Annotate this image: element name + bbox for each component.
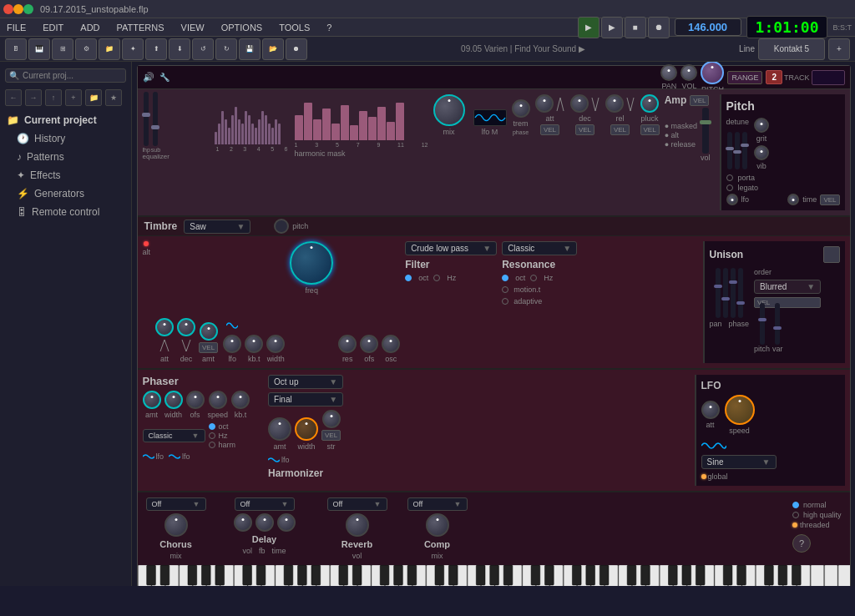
plugin-wrench-icon[interactable]: 🔧 [159,73,169,82]
delay-time-knob[interactable] [277,513,296,532]
delay-fb-knob[interactable] [255,513,274,532]
maximize-icon[interactable] [23,4,33,14]
hm-bar[interactable] [387,122,395,140]
eq-bar[interactable] [265,115,267,144]
menu-help[interactable]: ? [323,21,335,34]
width-filter-knob[interactable] [266,335,285,353]
tb-extra1[interactable]: ⬆ [145,38,167,60]
black-key[interactable] [627,565,636,585]
lfo-shape-dropdown[interactable]: Sine ▼ [701,455,777,469]
global-led[interactable] [701,474,706,479]
black-key[interactable] [338,565,347,585]
adaptive-radio[interactable] [502,298,508,305]
eq-bar[interactable] [261,111,264,144]
tb-fx[interactable]: ✦ [122,38,144,60]
black-key[interactable] [681,565,691,585]
speed-phaser-knob[interactable] [209,391,227,409]
lfo-pitch-knob[interactable] [726,194,738,205]
harm-amt-knob[interactable] [268,417,291,441]
black-key[interactable] [668,565,677,585]
play-btn[interactable]: ▶ [601,17,623,38]
sidebar-back-btn[interactable]: ← [5,89,22,106]
hm-bar[interactable] [368,117,377,140]
menu-patterns[interactable]: PATTERNS [114,21,168,34]
harm-str-knob[interactable] [322,410,341,428]
pan-knob[interactable] [660,64,677,81]
hz-radio[interactable] [433,275,440,281]
timbre-dropdown[interactable]: Saw ▼ [184,220,250,234]
black-key[interactable] [792,565,801,585]
phase-fader1[interactable] [731,268,736,318]
phaser-oct-radio[interactable] [209,423,215,430]
hm-bar[interactable] [304,103,312,140]
oct-up-dropdown[interactable]: Oct up ▼ [268,375,343,389]
sidebar-add-btn[interactable]: + [65,89,82,106]
black-key[interactable] [407,565,417,585]
tb-browser[interactable]: 📁 [99,38,120,60]
menu-file[interactable]: FILE [3,21,29,34]
width-phaser-knob[interactable] [164,391,183,409]
black-key[interactable] [352,565,362,585]
black-key[interactable] [764,565,773,585]
black-key[interactable] [544,565,554,585]
sidebar-item-effects[interactable]: ✦ Effects [0,166,131,184]
resonance-dropdown[interactable]: Classic ▼ [502,241,577,255]
menu-view[interactable]: VIEW [178,21,208,34]
record-btn[interactable]: ▶ [578,17,600,38]
sidebar-folder-btn[interactable]: 📁 [85,89,102,106]
sidebar-search[interactable]: 🔍 Current proj... [5,68,126,83]
black-key[interactable] [434,565,443,585]
comp-mix-knob[interactable] [426,513,449,537]
trem-knob[interactable] [512,99,530,118]
black-key[interactable] [242,565,251,585]
hq-radio[interactable] [792,512,799,518]
tb-plugin[interactable]: ⚙ [75,38,97,60]
eq-bar[interactable] [255,128,257,144]
eq-bar[interactable] [271,128,274,144]
att-filter-knob[interactable] [155,318,174,336]
res-hz-radio[interactable] [530,275,537,281]
detune-fader1[interactable] [727,132,732,169]
dec-knob[interactable] [570,94,589,113]
tb-open[interactable]: 📂 [262,38,284,60]
amt-phaser-knob[interactable] [143,391,161,409]
vol-knob[interactable] [680,64,697,81]
pan-fader2[interactable] [723,268,728,318]
legato-radio[interactable] [726,184,733,191]
mix-knob[interactable] [433,94,465,126]
pitch-fader[interactable] [760,303,765,345]
chorus-mix-knob[interactable] [164,513,188,537]
detune-fader3[interactable] [742,132,747,169]
menu-tools[interactable]: TOOLS [276,21,313,34]
black-key[interactable] [146,565,155,585]
sidebar-item-remote-control[interactable]: 🎛 Remote control [0,203,131,221]
black-key[interactable] [572,565,581,585]
ofs-phaser-knob[interactable] [186,391,205,409]
sidebar-item-generators[interactable]: ⚡ Generators [0,184,131,203]
black-key[interactable] [696,565,705,585]
unison-toggle[interactable] [823,246,840,263]
black-key[interactable] [600,565,609,585]
hm-bar[interactable] [313,119,321,140]
eq-bar[interactable] [248,115,250,144]
delay-dropdown[interactable]: Off ▼ [235,497,295,511]
track-num-badge[interactable]: 2 [766,70,782,84]
pan-fader1[interactable] [716,268,721,318]
final-dropdown[interactable]: Final ▼ [268,392,343,406]
sidebar-star-btn[interactable]: ★ [105,89,122,106]
sidebar-item-patterns[interactable]: ♪ Patterns [0,148,131,166]
pitch-main-knob[interactable] [701,62,724,84]
porta-radio[interactable] [726,174,733,181]
black-key[interactable] [585,565,594,585]
tb-extra3[interactable]: ↺ [192,38,214,60]
hm-bar[interactable] [396,103,404,140]
black-key[interactable] [311,565,320,585]
sidebar-forward-btn[interactable]: → [25,89,42,106]
tb-save[interactable]: 💾 [239,38,261,60]
freq-knob[interactable] [290,241,333,285]
lfo-att-knob[interactable] [701,401,720,419]
kontakt-btn[interactable]: Kontakt 5 [758,38,825,60]
bpm-display[interactable]: 146.000 [675,18,741,36]
tb-mixer[interactable]: 🎚 [5,38,27,60]
menu-add[interactable]: ADD [77,21,103,34]
